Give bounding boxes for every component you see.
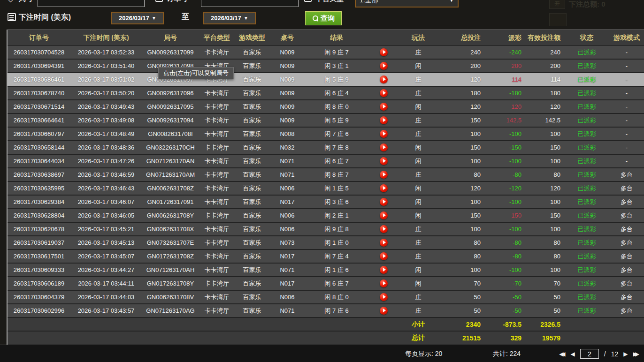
table-row[interactable]: 2603170306293842026-03-17 03:46:07GN0172… (8, 196, 644, 209)
round-cell[interactable]: GN071263170AN (142, 155, 199, 167)
table-row[interactable]: 2603170306359952026-03-17 03:46:43GN0062… (8, 182, 644, 196)
table-row[interactable]: 2603170306093332026-03-17 03:44:27GN0712… (8, 264, 644, 277)
table-row[interactable]: 2603170306061892026-03-17 03:44:11GN0172… (8, 277, 644, 291)
replay-play-icon[interactable] (380, 103, 388, 111)
round-cell[interactable]: GN0062631708Y (142, 209, 199, 222)
table-row[interactable]: 2603170307045282026-03-17 03:52:33GN0092… (8, 46, 644, 60)
table-row[interactable]: 2603170306864612026-03-17 03:51:02GN0092… (8, 73, 644, 87)
round-cell[interactable]: GN032263170CH (142, 141, 199, 154)
game-mode-cell: - (609, 141, 644, 154)
play-cell: 闲 (399, 182, 437, 195)
last-page-button[interactable]: ▶▶ (633, 351, 639, 357)
replay-play-icon[interactable] (380, 198, 388, 206)
table-row[interactable]: 2603170306787402026-03-17 03:50:20GN0092… (8, 87, 644, 100)
header-result: 结果 (305, 30, 368, 45)
table-row[interactable]: 2603170306715142026-03-17 03:49:43GN0092… (8, 100, 644, 114)
replay-play-icon[interactable] (380, 157, 388, 165)
table-row[interactable]: 2603170306175012026-03-17 03:45:07GN0172… (8, 250, 644, 264)
replay-play-icon[interactable] (380, 252, 388, 260)
table-row[interactable]: 2603170306386972026-03-17 03:46:59GN0712… (8, 168, 644, 182)
date-from-picker[interactable]: 2026/03/17 ▼ (111, 12, 164, 24)
round-cell[interactable]: GN071263170AG (142, 304, 199, 317)
round-cell[interactable]: GN0082631708I (142, 128, 199, 140)
replay-cell (368, 304, 399, 317)
header-platform: 平台类型 (199, 30, 235, 45)
replay-play-icon[interactable] (380, 293, 388, 301)
round-cell[interactable]: GN00926317096 (142, 87, 199, 99)
table-row[interactable]: 2603170306190372026-03-17 03:45:13GN0732… (8, 236, 644, 250)
platform-cell: 卡卡湾厅 (199, 141, 235, 154)
table-row[interactable]: 2603170306440342026-03-17 03:47:26GN0712… (8, 155, 644, 168)
replay-play-icon[interactable] (380, 266, 388, 274)
replay-play-icon[interactable] (380, 116, 388, 124)
round-cell[interactable]: GN071263170AH (142, 264, 199, 276)
round-input[interactable] (38, 0, 145, 7)
replay-play-icon[interactable] (380, 184, 388, 192)
replay-play-icon[interactable] (380, 171, 388, 179)
table-row[interactable]: 2603170306581442026-03-17 03:48:36GN0322… (8, 141, 644, 155)
table-row[interactable]: 2603170306043792026-03-17 03:44:03GN0062… (8, 291, 644, 304)
replay-play-icon[interactable] (380, 62, 388, 70)
first-page-button[interactable]: ◀◀ (559, 351, 565, 357)
replay-play-icon[interactable] (380, 211, 388, 219)
replay-play-icon[interactable] (380, 307, 388, 315)
result-cell: 闲 1 庄 6 (305, 264, 368, 276)
bet-monitor-toggle[interactable]: 开 (549, 0, 565, 9)
platform-cell: 卡卡湾厅 (199, 264, 235, 276)
bet-time-cell: 2026-03-17 03:46:05 (70, 209, 142, 222)
table-header-row: 订单号 下注时间 (美东) 局号 平台类型 游戏类型 桌号 结果 玩法 总投注 … (8, 30, 644, 46)
order-cell: 260317030704528 (8, 46, 70, 59)
play-cell: 庄 (399, 46, 437, 59)
round-cell[interactable]: GN00926317094 (142, 114, 199, 127)
replay-play-icon[interactable] (380, 75, 388, 83)
valid-bet-cell: 80 (524, 236, 564, 249)
payout-cell: -70 (484, 277, 524, 290)
table-row[interactable]: 2603170306206782026-03-17 03:45:21GN0062… (8, 223, 644, 236)
replay-play-icon[interactable] (380, 225, 388, 233)
platform-cell: 卡卡湾厅 (199, 46, 235, 59)
next-page-button[interactable]: ▶ (623, 351, 628, 357)
order-cell: 260317030644034 (8, 155, 70, 167)
copy-round-tooltip: 点击(左击)可以复制局号 (158, 67, 234, 79)
faint-icon-button[interactable] (549, 13, 567, 26)
replay-play-icon[interactable] (380, 130, 388, 138)
prev-page-button[interactable]: ◀ (571, 351, 575, 357)
header-order: 订单号 (8, 30, 70, 45)
replay-play-icon[interactable] (380, 48, 388, 56)
platform-card-icon (304, 0, 312, 2)
round-cell[interactable]: GN0172631708Y (142, 277, 199, 290)
round-cell[interactable]: GN0732631707E (142, 236, 199, 249)
page-number-input[interactable] (580, 349, 599, 359)
round-cell[interactable]: GN071263170AM (142, 168, 199, 181)
round-cell[interactable]: GN0172631708Z (142, 250, 199, 263)
round-cell[interactable]: GN0062631708Z (142, 182, 199, 195)
platform-cell: 卡卡湾厅 (199, 128, 235, 140)
total-bet-cell: 100 (437, 155, 484, 167)
round-cell[interactable]: GN00926317095 (142, 100, 199, 113)
game-mode-cell: 多台 (609, 250, 644, 263)
result-cell: 闲 3 庄 1 (305, 60, 368, 72)
game-type-cell: 百家乐 (235, 100, 269, 113)
replay-play-icon[interactable] (380, 143, 388, 151)
round-cell[interactable]: GN01726317091 (142, 196, 199, 208)
game-mode-cell: - (609, 128, 644, 140)
header-play: 玩法 (399, 30, 437, 45)
order-cell: 260317030671514 (8, 100, 70, 113)
round-cell[interactable]: GN00926317099 (142, 46, 199, 59)
replay-play-icon[interactable] (380, 89, 388, 97)
replay-play-icon[interactable] (380, 239, 388, 247)
table-row[interactable]: 2603170306943912026-03-17 03:51:40GN0092… (8, 60, 644, 73)
table-row[interactable]: 2603170306029962026-03-17 03:43:57GN0712… (8, 304, 644, 318)
query-button[interactable]: 查询 (305, 11, 342, 25)
table-row[interactable]: 2603170306288042026-03-17 03:46:05GN0062… (8, 209, 644, 223)
bet-time-cell: 2026-03-17 03:45:21 (70, 223, 142, 235)
order-input[interactable] (201, 0, 299, 7)
round-cell[interactable]: GN0062631708V (142, 291, 199, 303)
table-row[interactable]: 2603170306646412026-03-17 03:49:08GN0092… (8, 114, 644, 128)
table-row[interactable]: 2603170306607972026-03-17 03:48:49GN0082… (8, 128, 644, 141)
replay-play-icon[interactable] (380, 279, 388, 287)
round-cell[interactable]: GN0062631708X (142, 223, 199, 235)
result-cell: 闲 6 庄 7 (305, 155, 368, 167)
platform-select[interactable]: 1:全部 ▼ (355, 0, 459, 8)
date-to-picker[interactable]: 2026/03/17 ▼ (203, 12, 256, 24)
